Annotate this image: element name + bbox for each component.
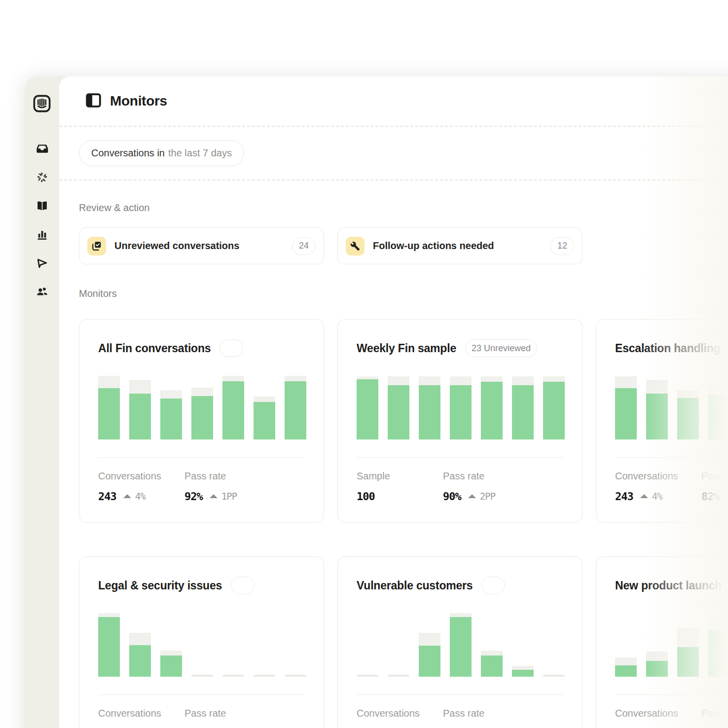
filter-row: Conversations in the last 7 days: [79, 127, 728, 180]
monitor-card[interactable]: Vulnerable customers ConversationsPass r…: [337, 556, 582, 728]
monitor-card[interactable]: Escalation handling Conversations2434%Pa…: [596, 319, 728, 523]
stat: Conversations: [357, 708, 443, 728]
checklist-icon: [87, 237, 106, 255]
stat: Pass rate90%2PP: [443, 471, 495, 503]
stat-label: Conversations: [98, 471, 184, 482]
bar-chart: [615, 613, 728, 677]
chart-bar: [388, 675, 409, 677]
stat-label: Pass rate: [443, 471, 495, 482]
app-window: Monitors Conversations in the last 7 day…: [25, 76, 728, 728]
count-badge: 12: [550, 237, 574, 255]
chart-bar: [615, 657, 637, 677]
stats-row: ConversationsPass rate: [357, 708, 563, 728]
review-action-card[interactable]: Unreviewed conversations24: [79, 227, 324, 264]
stat-value: 90%: [443, 490, 461, 503]
chart-bar: [481, 376, 503, 439]
intercom-logo[interactable]: [33, 95, 51, 112]
chart-bar: [357, 675, 378, 677]
card-divider: [98, 457, 305, 458]
page-title: Monitors: [110, 93, 167, 109]
chart-bar: [129, 633, 151, 677]
stat: Conversations2434%: [615, 471, 701, 503]
outbound-send-icon[interactable]: [36, 256, 48, 269]
chart-bar: [646, 380, 668, 439]
inbox-icon[interactable]: [36, 142, 48, 155]
chart-bar: [129, 380, 151, 439]
contacts-people-icon[interactable]: [36, 285, 48, 298]
knowledge-book-icon[interactable]: [36, 199, 48, 212]
chart-bar: [677, 628, 699, 677]
card-divider: [357, 457, 563, 458]
chart-bar: [285, 675, 306, 677]
stats-row: Conversations2434%Pass rate92%1PP: [98, 471, 305, 503]
monitor-card-title: Weekly Fin sample: [357, 342, 456, 355]
wrench-icon: [346, 237, 364, 255]
review-section: Review & action Unreviewed conversations…: [79, 202, 728, 264]
monitor-card[interactable]: Legal & security issues ConversationsPas…: [79, 556, 324, 728]
card-title-row: Escalation handling: [615, 339, 728, 357]
review-action-card[interactable]: Follow-up actions needed12: [337, 227, 582, 264]
review-card-label: Follow-up actions needed: [373, 240, 542, 252]
stat: Pass rate82%: [701, 471, 728, 503]
ai-starburst-icon[interactable]: [36, 171, 48, 183]
stat-delta: 4%: [123, 491, 146, 502]
chart-bar: [419, 376, 440, 439]
bar-chart: [357, 375, 563, 439]
delta-up-icon: [123, 494, 131, 498]
stats-row: ConversationsPass rate: [615, 708, 728, 728]
review-grid: Unreviewed conversations24 Follow-up act…: [79, 227, 728, 264]
monitor-card[interactable]: Weekly Fin sample 23 Unreviewed Sample10…: [337, 319, 582, 523]
card-divider: [615, 694, 728, 695]
chart-bar: [254, 397, 275, 439]
unreviewed-badge: [231, 577, 255, 594]
reports-chart-icon[interactable]: [36, 228, 48, 241]
stat-label: Conversations: [615, 708, 701, 719]
chart-bar: [160, 390, 182, 439]
stat-delta: 2PP: [468, 491, 495, 502]
monitors-section: Monitors All Fin conversations Conversat…: [79, 288, 728, 728]
unreviewed-badge: [219, 339, 243, 357]
chart-bar: [160, 651, 182, 677]
stat: Conversations2434%: [98, 471, 184, 503]
chart-bar: [222, 376, 244, 439]
stat: Pass rate: [443, 708, 484, 728]
chart-bar: [543, 376, 565, 439]
chart-bar: [708, 620, 728, 677]
stat-value: 92%: [184, 490, 203, 503]
monitor-card[interactable]: New product launch ConversationsPass rat…: [596, 556, 728, 728]
card-title-row: Vulnerable customers: [357, 577, 563, 594]
monitor-card-title: Legal & security issues: [98, 579, 222, 592]
stat-label: Conversations: [615, 471, 701, 482]
main-content: Monitors Conversations in the last 7 day…: [59, 76, 728, 728]
monitor-card[interactable]: All Fin conversations Conversations2434%…: [79, 319, 324, 523]
stat-label: Pass rate: [701, 471, 728, 482]
chart-bar: [285, 376, 306, 439]
stat-label: Pass rate: [184, 708, 226, 719]
bar-chart: [98, 375, 305, 439]
count-badge: 24: [292, 237, 316, 255]
stat-label: Pass rate: [701, 708, 728, 719]
stat: Pass rate: [701, 708, 728, 728]
conversations-filter[interactable]: Conversations in the last 7 days: [79, 140, 244, 166]
unreviewed-badge: [481, 577, 505, 594]
chart-bar: [357, 376, 378, 439]
stat-delta: 4%: [640, 491, 662, 502]
stat-value: 243: [615, 490, 633, 503]
stat-label: Sample: [357, 471, 443, 482]
chart-bar: [512, 376, 534, 439]
stat-label: Pass rate: [443, 708, 484, 719]
chart-bar: [481, 651, 503, 677]
delta-up-icon: [640, 494, 648, 498]
stat-label: Conversations: [98, 708, 184, 719]
stat-label: Pass rate: [184, 471, 237, 482]
card-divider: [615, 457, 728, 458]
stats-row: Sample100Pass rate90%2PP: [357, 471, 563, 503]
chart-bar: [98, 613, 120, 677]
delta-up-icon: [210, 494, 218, 498]
monitors-icon: [86, 93, 101, 109]
card-divider: [357, 694, 563, 695]
card-title-row: Legal & security issues: [98, 577, 305, 594]
stat: Pass rate92%1PP: [184, 471, 237, 503]
stat-delta: 1PP: [210, 491, 237, 502]
filter-prefix: Conversations in: [91, 147, 165, 159]
